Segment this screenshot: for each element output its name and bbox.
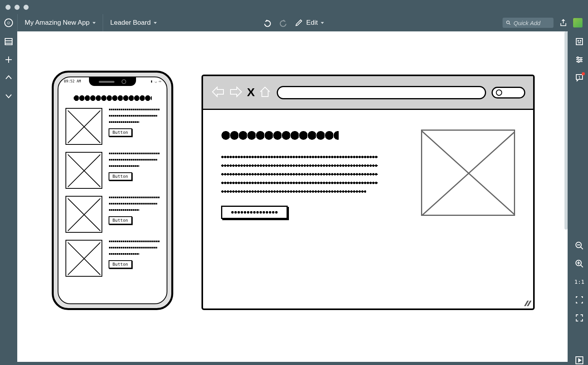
edit-mode-dropdown[interactable]: Edit [294,18,324,27]
image-placeholder [65,108,102,145]
browser-forward-icon[interactable] [229,86,243,98]
traffic-light-min[interactable] [15,5,20,10]
top-toolbar: ☺ My Amazing New App Leader Board Edit Q… [0,14,588,31]
mockup-browser[interactable]: X [201,75,535,310]
resize-handle[interactable] [526,301,530,306]
browser-stop-icon[interactable]: X [247,86,255,100]
paragraph-placeholder [221,155,401,194]
heading-placeholder [221,130,339,141]
traffic-light-max[interactable] [24,5,29,10]
project-name: My Amazing New App [25,19,89,27]
text-line [109,196,160,199]
text-line [109,114,157,117]
traffic-light-close[interactable] [5,5,11,10]
chevron-down-icon [321,22,324,24]
svg-point-6 [580,59,582,60]
phone-signal-icons: ▮ ◡ ▭ [151,79,161,83]
image-placeholder [421,130,515,216]
edit-label: Edit [306,19,318,27]
project-dropdown[interactable]: My Amazing New App [18,14,103,31]
wireframe-button[interactable]: Button [109,128,132,137]
list-item[interactable]: Button [65,152,160,189]
canvas-scrollbar[interactable] [564,31,568,230]
quick-add-placeholder: Quick Add [514,20,541,26]
chevron-down-icon [93,22,96,24]
phone-title-placeholder [73,95,152,102]
canvas-wrapper: 09:52 AM ▮ ◡ ▭ Button [17,31,571,365]
svg-point-0 [506,21,509,24]
left-sidebar [0,31,17,365]
search-icon [506,20,511,26]
phone-time: 09:52 AM [64,79,81,83]
list-item[interactable]: Button [65,196,160,233]
page-name: Leader Board [110,19,151,27]
text-line [109,240,160,243]
add-button[interactable] [4,55,13,64]
svg-rect-2 [576,38,583,45]
svg-rect-1 [5,38,12,45]
text-line [109,246,157,249]
list-item[interactable]: Button [65,240,160,277]
quick-add-input[interactable]: Quick Add [503,18,554,28]
svg-point-7 [578,61,579,62]
text-line [109,164,139,168]
cta-button-wireframe[interactable] [221,206,288,219]
text-line [109,202,157,205]
inspector-button[interactable] [575,37,584,46]
panel-toggle-button[interactable] [4,37,13,46]
svg-point-4 [580,40,581,41]
svg-point-5 [577,57,579,58]
image-placeholder [65,152,102,189]
window-titlebar [0,0,588,14]
next-page-button[interactable] [4,91,13,100]
browser-home-icon[interactable] [259,86,271,100]
browser-back-icon[interactable] [211,86,225,98]
prev-page-button[interactable] [4,73,13,82]
browser-search-input[interactable] [492,87,525,99]
wireframe-button[interactable]: Button [109,216,132,224]
wireframe-button[interactable]: Button [109,260,132,268]
list-item[interactable]: Button [65,108,160,145]
text-line [109,208,139,212]
app-logo[interactable]: ☺ [0,18,17,27]
image-placeholder [65,196,102,233]
wireframe-button[interactable]: Button [109,172,132,181]
image-placeholder [65,240,102,277]
fullscreen-button[interactable] [575,313,584,323]
share-button[interactable] [559,18,568,27]
play-button[interactable] [575,356,584,365]
comments-count: 1 [578,75,581,80]
settings-button[interactable] [575,55,584,64]
page-dropdown[interactable]: Leader Board [103,14,164,31]
undo-button[interactable] [264,18,272,27]
mockup-phone[interactable]: 09:52 AM ▮ ◡ ▭ Button [52,71,173,310]
text-line [109,158,157,161]
zoom-out-button[interactable] [575,241,584,250]
user-avatar[interactable] [573,18,583,27]
text-line [109,120,139,124]
zoom-in-button[interactable] [575,259,584,268]
zoom-fit-button[interactable] [575,295,584,305]
chevron-down-icon [154,22,157,24]
text-line [109,152,160,155]
text-line [109,252,139,256]
main-area: 09:52 AM ▮ ◡ ▭ Button [0,31,588,365]
browser-toolbar: X [203,76,533,110]
pencil-icon [294,18,303,27]
phone-statusbar: 09:52 AM ▮ ◡ ▭ [64,79,161,83]
right-sidebar: 1 1:1 [571,31,588,365]
comments-button[interactable]: 1 [575,73,584,82]
svg-point-3 [578,40,579,41]
text-line [109,108,160,111]
notification-dot-icon [582,72,585,75]
zoom-actual-button[interactable]: 1:1 [575,277,584,287]
redo-button[interactable] [278,18,287,27]
design-canvas[interactable]: 09:52 AM ▮ ◡ ▭ Button [17,31,568,362]
browser-url-input[interactable] [277,86,486,99]
